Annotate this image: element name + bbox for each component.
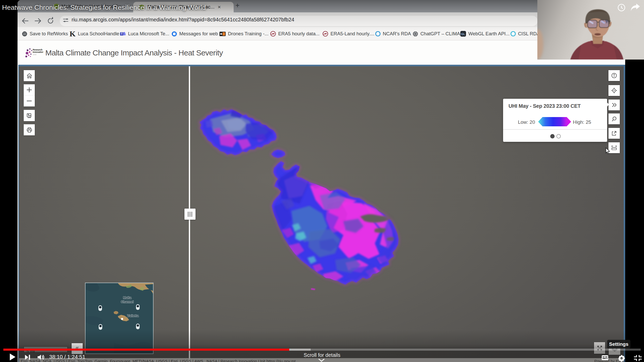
svg-text:GL: GL — [461, 32, 465, 36]
svg-text:Valletta: Valletta — [127, 314, 139, 318]
svg-text:Innovation: Innovation — [33, 51, 43, 53]
svg-text:T: T — [121, 32, 122, 35]
svg-text:Channel: Channel — [121, 300, 133, 304]
svg-text:Malta: Malta — [123, 296, 132, 300]
svg-text:Unit: Unit — [33, 53, 37, 56]
